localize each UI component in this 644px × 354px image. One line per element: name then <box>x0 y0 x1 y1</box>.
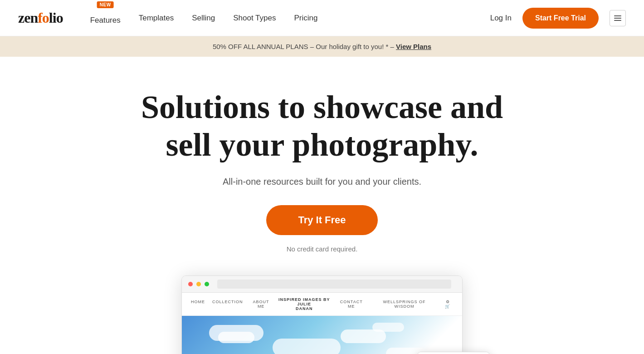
svg-rect-2 <box>614 20 621 21</box>
mobile-nav-bar: ☰ INSPIRED IMAGES BY JULIEDANAN ⚙ 🛒 <box>418 352 489 354</box>
svg-rect-1 <box>614 18 621 19</box>
hero-section: Solutions to showcase and sell your phot… <box>0 57 644 354</box>
logo[interactable]: zenfolio <box>18 10 63 26</box>
promo-banner: 50% OFF ALL ANNUAL PLANS – Our holiday g… <box>0 36 644 57</box>
hero-title: Solutions to showcase and sell your phot… <box>118 88 526 164</box>
mobile-preview: ☰ INSPIRED IMAGES BY JULIEDANAN ⚙ 🛒 <box>417 352 490 354</box>
site-nav-collection: COLLECTION <box>212 300 243 309</box>
nav-templates[interactable]: Templates <box>139 14 174 23</box>
nav-shoot-types[interactable]: Shoot Types <box>233 14 276 23</box>
site-nav-right: CONTACT ME WELLSPRINGS OF WISDOM ⚙ 🛒 <box>337 300 453 309</box>
menu-icon[interactable] <box>610 10 626 26</box>
site-nav-contact: CONTACT ME <box>337 300 366 309</box>
logo-zen: zen <box>18 10 38 26</box>
main-nav: zenfolio NEW Features Templates Selling … <box>0 0 644 36</box>
browser-mockup: HOME COLLECTION ABOUT ME INSPIRED IMAGES… <box>181 275 463 354</box>
site-title: INSPIRED IMAGES BY JULIEDANAN <box>272 297 337 311</box>
nav-right: Log In Start Free Trial <box>490 8 626 29</box>
features-label: Features <box>90 16 121 25</box>
templates-label: Templates <box>139 14 174 22</box>
try-it-free-button[interactable]: Try It Free <box>266 205 377 235</box>
selling-label: Selling <box>192 14 215 22</box>
hamburger-icon <box>614 15 621 21</box>
promo-text: 50% OFF ALL ANNUAL PLANS – Our holiday g… <box>213 43 394 50</box>
shoot-types-label: Shoot Types <box>233 14 276 22</box>
svg-rect-0 <box>614 15 621 16</box>
browser-dot-maximize <box>205 282 209 286</box>
site-preview: HOME COLLECTION ABOUT ME INSPIRED IMAGES… <box>181 275 463 354</box>
logo-lio: lio <box>49 10 63 26</box>
pricing-label: Pricing <box>294 14 317 22</box>
login-link[interactable]: Log In <box>490 14 512 23</box>
start-trial-button[interactable]: Start Free Trial <box>522 8 599 29</box>
nav-features[interactable]: NEW Features <box>90 11 121 25</box>
view-plans-link[interactable]: View Plans <box>396 43 431 50</box>
new-badge: NEW <box>97 1 114 8</box>
site-nav-links: HOME COLLECTION ABOUT ME <box>191 300 272 309</box>
site-nav-about: ABOUT ME <box>250 300 272 309</box>
hero-subtitle: All-in-one resources built for you and y… <box>223 177 421 187</box>
browser-bar <box>182 276 462 293</box>
nav-pricing[interactable]: Pricing <box>294 14 317 23</box>
logo-fo: fo <box>38 10 49 26</box>
site-hero-image <box>182 316 462 354</box>
nav-links: NEW Features Templates Selling Shoot Typ… <box>90 11 490 25</box>
browser-url-bar <box>217 280 451 289</box>
site-nav-wellsprings: WELLSPRINGS OF WISDOM <box>374 300 435 309</box>
no-credit-card-text: No credit card required. <box>287 245 358 253</box>
nav-selling[interactable]: Selling <box>192 14 215 23</box>
browser-dot-close <box>188 282 193 286</box>
site-nav-home: HOME <box>191 300 205 309</box>
site-nav-bar: HOME COLLECTION ABOUT ME INSPIRED IMAGES… <box>182 293 462 316</box>
cart-icon: ⚙ 🛒 <box>442 300 453 309</box>
browser-dot-minimize <box>196 282 201 286</box>
